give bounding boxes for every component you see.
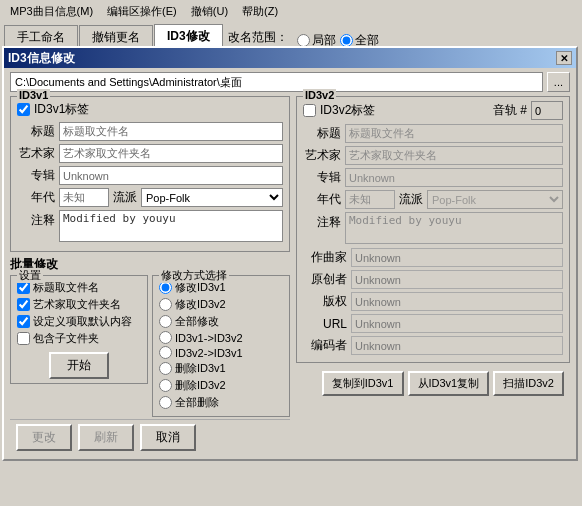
id3v1-comment-textarea[interactable]: Modified by youyu: [59, 210, 283, 242]
setting-checkbox-3[interactable]: [17, 332, 30, 345]
method-radio-input-2[interactable]: [159, 315, 172, 328]
dialog-content: ID3v1 ID3v1标签 标题 艺术家 专辑 年: [4, 96, 576, 459]
id3v1-checkbox[interactable]: [17, 103, 30, 116]
id3v2-album-input[interactable]: [345, 168, 563, 187]
id3v2-comment-label: 注释: [303, 214, 341, 231]
left-column: ID3v1 ID3v1标签 标题 艺术家 专辑 年: [10, 96, 290, 455]
setting-checkbox-1[interactable]: [17, 298, 30, 311]
method-radio-3: ID3v1->ID3v2: [159, 331, 283, 344]
modify-method-title: 修改方式选择: [159, 268, 229, 283]
url-row: URL: [303, 314, 563, 333]
cancel-button[interactable]: 取消: [140, 424, 196, 451]
encoder-input[interactable]: [351, 336, 563, 355]
update-button[interactable]: 更改: [16, 424, 72, 451]
menu-help[interactable]: 帮助(Z): [236, 3, 284, 20]
method-label-3: ID3v1->ID3v2: [175, 332, 243, 344]
id3v1-album-input[interactable]: [59, 166, 283, 185]
id3v2-track-input[interactable]: [531, 101, 563, 120]
copyright-input[interactable]: [351, 292, 563, 311]
modify-method-box: 修改方式选择 修改ID3v1 修改ID3v2 全部修: [152, 275, 290, 417]
setting-checkbox-2[interactable]: [17, 315, 30, 328]
id3v1-title-label: 标题: [17, 123, 55, 140]
id3v2-year-input[interactable]: [345, 190, 395, 209]
method-radio-4: ID3v2->ID3v1: [159, 346, 283, 359]
id3v1-year-input[interactable]: [59, 188, 109, 207]
url-input[interactable]: [351, 314, 563, 333]
id3v1-genre-select[interactable]: Pop-Folk: [141, 188, 283, 207]
method-label-4: ID3v2->ID3v1: [175, 347, 243, 359]
copy-to-v1-button[interactable]: 复制到ID3v1: [322, 371, 404, 396]
id3v2-artist-label: 艺术家: [303, 147, 341, 164]
id3v2-genre-select[interactable]: Pop-Folk: [427, 190, 563, 209]
method-radio-input-1[interactable]: [159, 298, 172, 311]
method-radio-input-3[interactable]: [159, 331, 172, 344]
batch-section: 批量修改 设置 标题取文件名 艺术家取文件夹名: [10, 256, 290, 417]
id3v1-year-genre-row: 年代 流派 Pop-Folk: [17, 188, 283, 207]
id3v1-album-label: 专辑: [17, 167, 55, 184]
id3v2-artist-input[interactable]: [345, 146, 563, 165]
setting-check-2: 设定义项取默认内容: [17, 314, 141, 329]
batch-two-col: 设置 标题取文件名 艺术家取文件夹名 设定义项取默认: [10, 275, 290, 417]
settings-box-inner: 设置 标题取文件名 艺术家取文件夹名 设定义项取默认: [10, 275, 148, 384]
method-radio-1: 修改ID3v2: [159, 297, 283, 312]
method-radio-input-7[interactable]: [159, 396, 172, 409]
method-radio-6: 删除ID3v2: [159, 378, 283, 393]
menu-edit[interactable]: 编辑区操作(E): [101, 3, 183, 20]
id3v2-title-input[interactable]: [345, 124, 563, 143]
id3v1-year-label: 年代: [17, 189, 55, 206]
menu-mp3[interactable]: MP3曲目信息(M): [4, 3, 99, 20]
method-radio-input-5[interactable]: [159, 362, 172, 375]
method-radio-input-4[interactable]: [159, 346, 172, 359]
copy-from-v1-button[interactable]: 从ID3v1复制: [408, 371, 490, 396]
copyright-label: 版权: [303, 293, 347, 310]
id3v2-checkbox-label: ID3v2标签: [320, 102, 375, 119]
settings-title: 设置: [17, 268, 43, 283]
setting-check-3: 包含子文件夹: [17, 331, 141, 346]
id3v1-artist-input[interactable]: [59, 144, 283, 163]
id3v2-header: ID3v2标签 音轨 #: [303, 101, 563, 120]
id3v2-artist-row: 艺术家: [303, 146, 563, 165]
right-column: ID3v2 ID3v2标签 音轨 # 标题 艺术家: [296, 96, 570, 455]
tab-bar: 手工命名 撤销更名 ID3修改 改名范围： 局部 全部: [0, 22, 582, 49]
path-browse-button[interactable]: ...: [547, 72, 570, 92]
id3v2-checkbox[interactable]: [303, 104, 316, 117]
id3v2-genre-label: 流派: [399, 191, 423, 208]
settings-box: 设置 标题取文件名 艺术家取文件夹名 设定义项取默认: [10, 275, 148, 417]
id3v1-artist-row: 艺术家: [17, 144, 283, 163]
refresh-button[interactable]: 刷新: [78, 424, 134, 451]
id3v1-title-row: 标题: [17, 122, 283, 141]
dialog-titlebar: ID3信息修改 ✕: [4, 48, 576, 68]
id3v2-comment-textarea[interactable]: Modified by youyu: [345, 212, 563, 244]
copyright-row: 版权: [303, 292, 563, 311]
id3v2-title-label: 标题: [303, 125, 341, 142]
id3v1-genre-label: 流派: [113, 189, 137, 206]
modify-method-inner: 修改方式选择 修改ID3v1 修改ID3v2 全部修: [152, 275, 290, 417]
menu-undo[interactable]: 撤销(U): [185, 3, 234, 20]
composer-input[interactable]: [351, 248, 563, 267]
dialog-close-button[interactable]: ✕: [556, 51, 572, 65]
id3v1-check-row: ID3v1标签: [17, 101, 283, 118]
id3v2-track-label: 音轨 #: [493, 102, 527, 119]
id3v1-artist-label: 艺术家: [17, 145, 55, 162]
id3v2-groupbox: ID3v2 ID3v2标签 音轨 # 标题 艺术家: [296, 96, 570, 363]
id3v1-album-row: 专辑: [17, 166, 283, 185]
id3v1-group-title: ID3v1: [17, 89, 50, 101]
id3v2-title-row: 标题: [303, 124, 563, 143]
id3v2-extra-rows: 作曲家 原创者 版权 URL: [303, 248, 563, 355]
encoder-label: 编码者: [303, 337, 347, 354]
composer-label: 作曲家: [303, 249, 347, 266]
right-action-buttons: 复制到ID3v1 从ID3v1复制 扫描ID3v2: [296, 367, 570, 400]
creator-input[interactable]: [351, 270, 563, 289]
id3v2-comment-row: 注释 Modified by youyu: [303, 212, 563, 244]
setting-label-3: 包含子文件夹: [33, 331, 99, 346]
scan-v2-button[interactable]: 扫描ID3v2: [493, 371, 564, 396]
id3v1-groupbox: ID3v1 ID3v1标签 标题 艺术家 专辑 年: [10, 96, 290, 252]
method-label-2: 全部修改: [175, 314, 219, 329]
path-input[interactable]: [10, 72, 543, 92]
id3v2-year-label: 年代: [303, 191, 341, 208]
creator-row: 原创者: [303, 270, 563, 289]
start-button[interactable]: 开始: [49, 352, 109, 379]
id3v2-album-label: 专辑: [303, 169, 341, 186]
method-radio-input-6[interactable]: [159, 379, 172, 392]
id3v1-title-input[interactable]: [59, 122, 283, 141]
